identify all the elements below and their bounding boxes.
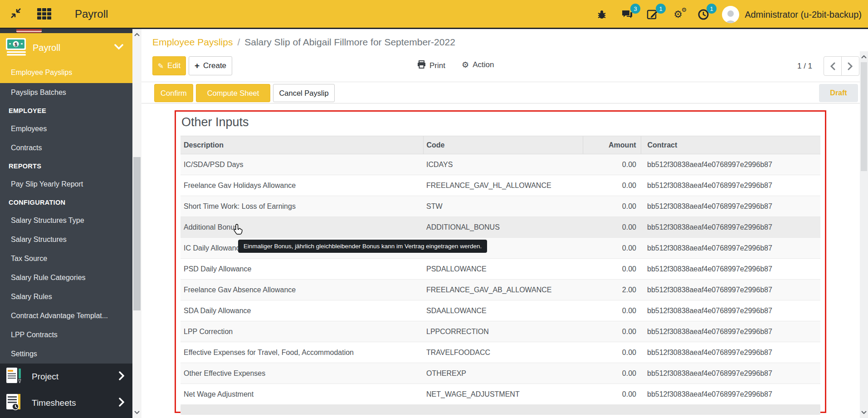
printer-icon [417,60,426,71]
sidebar-section-header: REPORTS [0,157,132,175]
scrollbar-thumb[interactable] [133,157,141,310]
other-inputs-table: Description Code Amount Contract IC/SDA/… [180,136,820,405]
sidebar-scrollbar[interactable] [132,29,141,418]
sidebar-section-header: CONFIGURATION [0,194,132,211]
cell-amount: 0.00 [583,196,641,217]
table-row[interactable]: IC/SDA/PSD DaysICDAYS0.00bb512f30838aeaf… [180,154,820,175]
chevron-right-icon [118,398,124,408]
compress-icon[interactable] [10,8,22,20]
sidebar-item-employees[interactable]: Employees [0,119,132,138]
scrollbar-thumb[interactable] [861,62,867,171]
column-header-contract[interactable]: Contract [641,136,820,154]
table-row[interactable]: Additional BonusADDITIONAL_BONUS0.00bb51… [180,217,820,238]
scroll-up-icon[interactable] [132,30,141,39]
confirm-button[interactable]: Confirm [154,84,193,102]
table-row[interactable]: Freelance Gav Holidays AllowanceFREELANC… [180,175,820,196]
chevron-right-icon [118,371,124,382]
cell-amount: 0.00 [583,238,641,259]
cell-contract: bb512f30838aeaf4e0768997e2996b87 [641,342,820,363]
compute-sheet-button[interactable]: Compute Sheet [196,84,270,102]
sidebar-item-employee-payslips[interactable]: Employee Payslips [0,62,132,83]
cell-code: TRAVELFOODACC [423,342,583,363]
sidebar-app-payroll[interactable]: $ Payroll [0,33,132,62]
pager-counter: 1 / 1 [797,62,812,71]
cell-description: LPP Correction [180,321,423,342]
cell-contract: bb512f30838aeaf4e0768997e2996b87 [641,300,820,321]
cell-code: STW [423,196,583,217]
column-header-code[interactable]: Code [423,136,583,154]
cell-contract: bb512f30838aeaf4e0768997e2996b87 [641,196,820,217]
create-button[interactable]: + Create [189,56,232,75]
edit-button[interactable]: ✎ Edit [152,56,186,75]
section-title: Other Inputs [176,112,825,129]
column-header-amount[interactable]: Amount [583,136,641,154]
pager-next-button[interactable] [841,56,859,76]
pager-previous-button[interactable] [824,56,842,76]
cell-description: IC/SDA/PSD Days [180,154,423,175]
sidebar-app-label: Project [32,372,118,382]
sidebar-item-payslips-batches[interactable]: Payslips Batches [0,83,132,102]
sidebar-app-project[interactable]: Project [0,364,132,390]
plus-icon: + [195,61,200,71]
sidebar: $ Payroll Employee PayslipsPayslips Batc… [0,29,132,418]
table-row[interactable]: SDA Daily AllowanceSDAALLOWANCE0.00bb512… [180,300,820,321]
sidebar-item-settings[interactable]: Settings [0,344,132,364]
table-row[interactable]: Effective Expenses for Travel, Food, Acc… [180,342,820,363]
sidebar-item-contract-advantage-templat-[interactable]: Contract Advantage Templat... [0,306,132,325]
sidebar-item-contracts[interactable]: Contracts [0,138,132,157]
column-header-description[interactable]: Description [180,136,423,154]
payroll-money-icon: $ [5,38,26,58]
breadcrumb-current: Salary Slip of Abigail Fillmore for Sept… [244,37,455,47]
sidebar-app-timesheets[interactable]: Timesheets [0,390,132,416]
print-menu[interactable]: Print [417,60,445,71]
svg-text:$: $ [15,42,17,47]
sidebar-item-salary-structures-type[interactable]: Salary Structures Type [0,211,132,230]
sidebar-item-pay-slip-yearly-report[interactable]: Pay Slip Yearly Report [0,175,132,194]
table-row[interactable]: Net Wage AdjustmentNET_WAGE_ADJUSTMENT0.… [180,384,820,405]
table-row[interactable]: Other Effective ExpensesOTHEREXP0.00bb51… [180,363,820,384]
messages-icon[interactable]: 3 [620,8,634,21]
breadcrumb-separator: / [237,37,240,47]
sidebar-section-header: EMPLOYEE [0,102,132,119]
activities-clock-icon[interactable]: 1 [697,8,710,21]
scroll-down-icon[interactable] [132,408,141,417]
scroll-up-icon[interactable] [860,52,868,61]
cell-amount: 0.00 [583,384,641,405]
cell-contract: bb512f30838aeaf4e0768997e2996b87 [641,259,820,280]
user-avatar[interactable] [722,6,739,23]
sidebar-menu: Employee PayslipsPayslips BatchesEMPLOYE… [0,62,132,364]
sidebar-item-tax-source[interactable]: Tax Source [0,249,132,268]
content-scrollbar[interactable] [860,51,868,418]
cell-amount: 0.00 [583,175,641,196]
chevron-down-icon[interactable] [114,44,123,52]
compose-icon[interactable]: 1 [646,8,659,21]
table-row[interactable]: PSD Daily AllowancePSDALLOWANCE0.00bb512… [180,259,820,280]
field-tooltip: Einmaliger Bonus, jährlich gleichbleiben… [238,240,487,253]
scroll-down-icon[interactable] [860,408,868,417]
sidebar-item-lpp-contracts[interactable]: LPP Contracts [0,325,132,344]
action-menu[interactable]: ⚙ Action [462,60,494,69]
cell-contract: bb512f30838aeaf4e0768997e2996b87 [641,321,820,342]
cell-description: SDA Daily Allowance [180,300,423,321]
bug-icon[interactable] [595,8,609,21]
project-icon [5,367,22,387]
table-row[interactable]: Freelance Gav Absence AllowanceFREELANCE… [180,280,820,300]
sidebar-item-salary-rules[interactable]: Salary Rules [0,287,132,306]
table-body: IC/SDA/PSD DaysICDAYS0.00bb512f30838aeaf… [180,154,820,405]
cell-amount: 0.00 [583,154,641,175]
table-row[interactable]: LPP CorrectionLPPCORRECTION0.00bb512f308… [180,321,820,342]
settings-cogs-icon[interactable]: ⚙⚙ [671,8,685,21]
apps-grid-icon[interactable] [37,8,51,20]
sidebar-item-salary-rule-categories[interactable]: Salary Rule Categories [0,268,132,287]
cell-description: Freelance Gav Absence Allowance [180,280,423,300]
activities-badge: 1 [707,4,717,14]
gear-icon: ⚙ [462,61,469,69]
table-row[interactable]: Short Time Work: Loss of EarningsSTW0.00… [180,196,820,217]
sidebar-item-salary-structures[interactable]: Salary Structures [0,230,132,249]
cell-code: PSDALLOWANCE [423,259,583,280]
user-menu[interactable]: Administrator (u-2bit-backup) [745,10,862,20]
breadcrumb-parent-link[interactable]: Employee Payslips [152,37,233,47]
cancel-payslip-button[interactable]: Cancel Payslip [273,84,335,102]
compose-badge: 1 [656,4,666,14]
cell-amount: 0.00 [583,217,641,238]
